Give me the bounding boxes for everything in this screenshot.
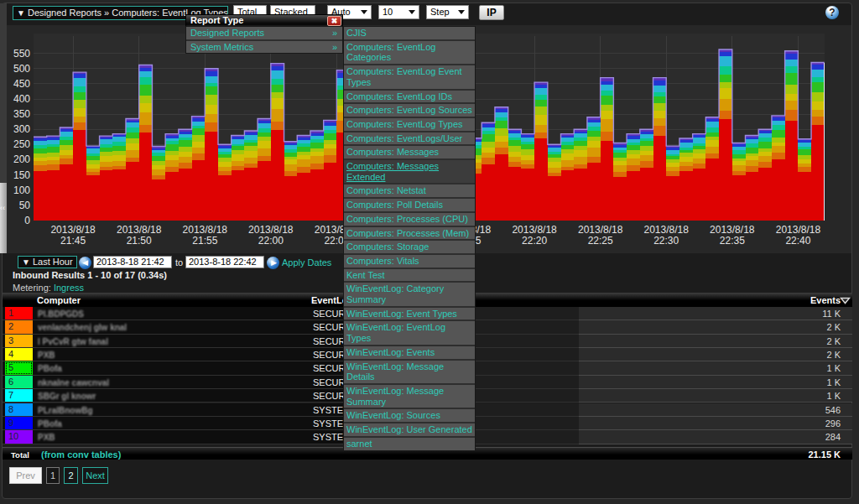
svg-text:350: 350 xyxy=(13,108,30,120)
svg-text:21:45: 21:45 xyxy=(60,235,86,247)
svg-text:21:55: 21:55 xyxy=(192,235,217,247)
svg-text:2013/8/18: 2013/8/18 xyxy=(644,224,690,236)
svg-text:450: 450 xyxy=(13,78,30,90)
svg-text:22:25: 22:25 xyxy=(588,235,613,247)
svg-text:100: 100 xyxy=(13,184,30,196)
svg-text:400: 400 xyxy=(13,93,30,105)
svg-text:0: 0 xyxy=(24,215,30,226)
svg-text:22:00: 22:00 xyxy=(258,235,284,247)
svg-text:200: 200 xyxy=(13,153,30,165)
svg-text:2013/8/18: 2013/8/18 xyxy=(710,224,755,236)
svg-text:2013/8/18: 2013/8/18 xyxy=(183,224,228,236)
svg-text:22:35: 22:35 xyxy=(720,235,745,247)
svg-text:300: 300 xyxy=(13,123,30,135)
svg-text:2013/8/18: 2013/8/18 xyxy=(776,224,821,236)
svg-text:22:30: 22:30 xyxy=(653,235,679,247)
svg-text:2013/8/18: 2013/8/18 xyxy=(512,224,557,236)
svg-text:22:20: 22:20 xyxy=(522,235,547,247)
svg-text:2013/8/18: 2013/8/18 xyxy=(117,224,162,236)
svg-text:150: 150 xyxy=(13,169,30,181)
svg-text:2013/8/18: 2013/8/18 xyxy=(248,224,294,236)
svg-text:250: 250 xyxy=(13,138,30,150)
svg-text:500: 500 xyxy=(13,63,30,75)
svg-text:2013/8/18: 2013/8/18 xyxy=(578,224,623,236)
svg-text:550: 550 xyxy=(13,48,30,60)
svg-text:2013/8/18: 2013/8/18 xyxy=(50,224,96,236)
svg-text:22:40: 22:40 xyxy=(785,235,810,247)
svg-text:50: 50 xyxy=(19,200,31,211)
svg-text:21:50: 21:50 xyxy=(127,235,152,247)
